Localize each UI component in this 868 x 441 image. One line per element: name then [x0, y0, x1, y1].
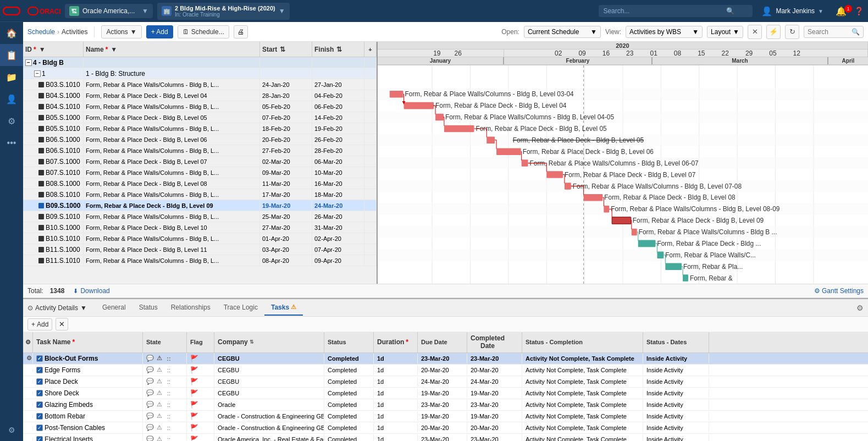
flag-icon[interactable]: 🚩 [190, 401, 198, 409]
table-row[interactable]: B04.S.1000 Form, Rebar & Place Deck - Bl… [23, 90, 377, 101]
refresh-button[interactable]: ↻ [785, 25, 799, 39]
gantt-settings-link[interactable]: ⚙ Gantt Settings [814, 287, 864, 295]
table-row[interactable]: B10.S.1010 Form, Rebar & Place Walls/Col… [23, 233, 377, 244]
app-selector[interactable]: 🏗 Oracle America,... ▼ [65, 4, 153, 18]
row-gear-icon[interactable]: ⚙ [26, 355, 32, 362]
inline-search-input[interactable] [808, 28, 852, 36]
state-grid-icon[interactable]: :: [165, 355, 173, 362]
tab-tasks[interactable]: Tasks ⚠ [264, 300, 303, 316]
layout-label: Layout [711, 28, 731, 36]
flag-icon[interactable]: 🚩 [190, 389, 198, 397]
task-row-bottom-rebar[interactable]: ✓ Bottom Rebar 💬 ⚠ :: 🚩 Oracle - Constru… [23, 411, 868, 422]
task-row-post-tension[interactable]: ✓ Post-Tension Cables 💬 ⚠ :: 🚩 Oracle - … [23, 422, 868, 434]
task-completed-block-out: 23-Mar-20 [467, 354, 522, 363]
table-row[interactable]: B03.S.1010 Form, Rebar & Place Walls/Col… [23, 79, 377, 90]
toolbar-separator-1 [94, 26, 95, 37]
gantt-year-2020: 2020 [378, 42, 868, 49]
table-row-selected[interactable]: B09.S.1000 Form, Rebar & Place Deck - Bl… [23, 200, 377, 211]
flag-icon[interactable]: 🚩 [190, 436, 198, 441]
table-row[interactable]: B07.S.1000 Form, Rebar & Place Deck - Bl… [23, 156, 377, 167]
task-row-place-deck[interactable]: ✓ Place Deck 💬 ⚠ :: 🚩 CEGBU Completed 1d… [23, 376, 868, 388]
sidebar-more-icon[interactable]: ••• [0, 132, 23, 154]
user-menu[interactable]: 👤 Mark Jenkins ▼ [757, 6, 828, 16]
table-row[interactable]: B08.S.1010 Form, Rebar & Place Walls/Col… [23, 189, 377, 200]
detail-close-button[interactable]: ✕ [56, 318, 68, 330]
task-row-glazing[interactable]: ✓ Glazing Embeds 💬 ⚠ :: 🚩 Oracle Complet… [23, 399, 868, 411]
sidebar-schedule-icon[interactable]: 📋 [0, 44, 23, 66]
col-start-sort[interactable]: ⇅ [280, 46, 285, 53]
tab-status[interactable]: Status [132, 300, 164, 316]
col-name-sort[interactable]: ▼ [110, 46, 117, 53]
schedule-button[interactable]: 🗓 Schedule... [178, 25, 229, 38]
table-row[interactable]: B06.S.1010 Form, Rebar & Place Walls/Col… [23, 145, 377, 156]
table-row[interactable]: B06.S.1000 Form, Rebar & Place Deck - Bl… [23, 134, 377, 145]
open-selector[interactable]: Current Schedule ▼ [524, 26, 601, 38]
sidebar-portfolio-icon[interactable]: 📁 [0, 66, 23, 88]
detail-toggle[interactable]: ⊙ Activity Details ▼ [27, 304, 87, 312]
sidebar-settings-icon[interactable]: ⚙ [0, 110, 23, 132]
expand-sub-icon[interactable]: − [34, 70, 41, 77]
state-warn-icon[interactable]: ⚠ [156, 355, 163, 362]
task-checkbox[interactable]: ✓ [36, 367, 43, 373]
notification-bell[interactable]: 🔔 1 [832, 6, 850, 16]
table-row[interactable]: − 4 - Bldg B [23, 57, 377, 68]
table-row[interactable]: B07.S.1010 Form, Rebar & Place Walls/Col… [23, 167, 377, 178]
detail-add-button[interactable]: + Add [27, 318, 52, 330]
table-row[interactable]: B11.S.1000 Form, Rebar & Place Deck - Bl… [23, 244, 377, 255]
global-search-icon[interactable]: 🔍 [726, 7, 734, 15]
svg-rect-21 [378, 249, 868, 261]
table-row[interactable]: B05.S.1010 Form, Rebar & Place Walls/Col… [23, 123, 377, 134]
status-bar: Total: 1348 ⬇ Download ⚙ Gantt Settings [23, 284, 868, 298]
task-row-block-out-forms[interactable]: ⚙ ✓ Block-Out Forms 💬 ⚠ :: 🚩 CEGBU Compl [23, 353, 868, 365]
project-selector[interactable]: 🏢 2 Bldg Mid-Rise & High-Rise (2020) In:… [157, 3, 290, 20]
task-row-shore-deck[interactable]: ✓ Shore Deck 💬 ⚠ :: 🚩 CEGBU Completed 1d… [23, 388, 868, 399]
flag-icon[interactable]: 🚩 [190, 424, 198, 432]
table-row[interactable]: − 1 1 - Bldg B: Structure [23, 68, 377, 79]
table-row[interactable]: B09.S.1010 Form, Rebar & Place Walls/Col… [23, 211, 377, 222]
task-checkbox[interactable]: ✓ [36, 355, 43, 362]
flag-icon[interactable]: 🚩 [190, 378, 198, 385]
app-name: Oracle America,... [82, 7, 135, 15]
tab-trace-logic[interactable]: Trace Logic [217, 300, 264, 316]
col-id-sort[interactable]: ▼ [39, 46, 46, 53]
help-icon[interactable]: ❓ [854, 7, 864, 15]
detail-toolbar: + Add ✕ [23, 317, 868, 332]
col-finish-sort[interactable]: ⇅ [336, 46, 342, 53]
flag-icon[interactable]: 🚩 [190, 366, 198, 374]
download-label[interactable]: Download [80, 287, 109, 295]
filter-button[interactable]: ⚡ [766, 25, 781, 39]
flag-icon[interactable]: 🚩 [190, 355, 198, 362]
actions-dropdown[interactable]: Actions ▼ [101, 25, 141, 38]
state-comment-icon[interactable]: 💬 [146, 355, 154, 362]
global-search[interactable]: 🔍 [599, 5, 753, 17]
global-search-input[interactable] [603, 7, 724, 15]
gantt-bar-B04S1010 [435, 114, 444, 121]
flag-icon[interactable]: 🚩 [190, 412, 198, 420]
table-row[interactable]: B04.S.1010 Form, Rebar & Place Walls/Col… [23, 101, 377, 112]
th-gear[interactable]: ⚙ [23, 332, 33, 352]
col-header-add[interactable]: + [364, 42, 377, 57]
tab-relationships[interactable]: Relationships [164, 300, 217, 316]
breadcrumb-parent[interactable]: Schedule [27, 28, 55, 36]
sidebar-home-icon[interactable]: 🏠 [0, 22, 23, 44]
sidebar-gear-icon[interactable]: ⚙ [0, 419, 23, 441]
inline-search[interactable]: 🔍 [804, 26, 864, 38]
activity-type-icon [38, 181, 44, 186]
detail-settings-icon[interactable]: ⚙ [856, 304, 864, 312]
close-view-button[interactable]: ✕ [748, 25, 762, 39]
tab-general[interactable]: General [96, 300, 132, 316]
sidebar-resources-icon[interactable]: 👤 [0, 88, 23, 110]
add-button[interactable]: + Add [146, 25, 173, 38]
table-row[interactable]: B10.S.1000 Form, Rebar & Place Deck - Bl… [23, 222, 377, 233]
project-icon: 🏢 [162, 6, 172, 16]
task-row-electrical[interactable]: ✓ Electrical Inserts 💬 ⚠ :: 🚩 Oracle Ame… [23, 434, 868, 441]
task-row-edge-forms[interactable]: ✓ Edge Forms 💬 ⚠ :: 🚩 CEGBU Completed 1d… [23, 365, 868, 376]
inline-search-icon[interactable]: 🔍 [852, 28, 860, 36]
expand-icon[interactable]: − [25, 59, 32, 66]
view-selector[interactable]: Activities by WBS ▼ [626, 26, 703, 38]
layout-button[interactable]: Layout ▼ [707, 26, 743, 38]
table-row[interactable]: B11.S.1010 Form, Rebar & Place Walls/Col… [23, 255, 377, 266]
print-button[interactable]: 🖨 [234, 25, 248, 38]
table-row[interactable]: B08.S.1000 Form, Rebar & Place Deck - Bl… [23, 178, 377, 189]
table-row[interactable]: B05.S.1000 Form, Rebar & Place Deck - Bl… [23, 112, 377, 123]
